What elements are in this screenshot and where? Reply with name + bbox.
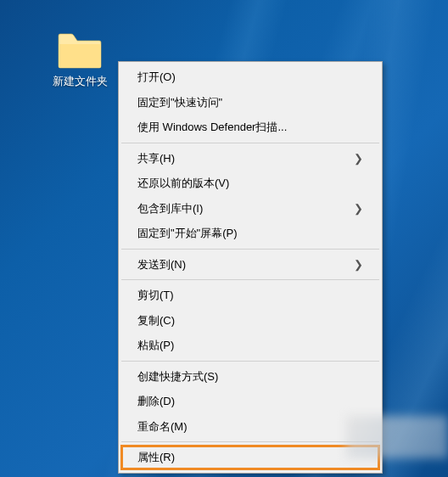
menu-item-cut[interactable]: 剪切(T) bbox=[120, 283, 380, 308]
menu-item-label: 打开(O) bbox=[137, 69, 363, 86]
desktop-folder[interactable]: 新建文件夹 bbox=[46, 32, 114, 90]
menu-item-rename[interactable]: 重命名(M) bbox=[120, 414, 380, 440]
menu-item-paste[interactable]: 粘贴(P) bbox=[120, 333, 380, 358]
menu-separator bbox=[121, 361, 379, 362]
menu-item-label: 使用 Windows Defender扫描... bbox=[137, 119, 363, 136]
chevron-right-icon: ❯ bbox=[354, 150, 363, 167]
menu-item-label: 共享(H) bbox=[137, 150, 347, 167]
menu-item-label: 固定到"开始"屏幕(P) bbox=[137, 225, 363, 242]
menu-item-label: 固定到"快速访问" bbox=[137, 94, 363, 111]
chevron-right-icon: ❯ bbox=[354, 200, 363, 217]
menu-separator bbox=[121, 441, 379, 442]
menu-item-pin-start[interactable]: 固定到"开始"屏幕(P) bbox=[120, 221, 380, 246]
menu-item-create-shortcut[interactable]: 创建快捷方式(S) bbox=[120, 364, 380, 390]
menu-item-label: 发送到(N) bbox=[137, 256, 347, 273]
folder-icon bbox=[57, 32, 103, 70]
menu-item-restore-previous[interactable]: 还原以前的版本(V) bbox=[120, 171, 380, 196]
menu-item-include-library[interactable]: 包含到库中(I) ❯ bbox=[120, 196, 380, 222]
context-menu: 打开(O) 固定到"快速访问" 使用 Windows Defender扫描...… bbox=[118, 61, 383, 474]
desktop-background: 新建文件夹 打开(O) 固定到"快速访问" 使用 Windows Defende… bbox=[0, 0, 448, 477]
menu-item-label: 包含到库中(I) bbox=[137, 200, 347, 217]
menu-item-open[interactable]: 打开(O) bbox=[120, 65, 380, 90]
chevron-right-icon: ❯ bbox=[354, 256, 363, 273]
menu-item-label: 属性(R) bbox=[137, 449, 363, 466]
menu-item-label: 创建快捷方式(S) bbox=[137, 368, 363, 385]
menu-item-label: 删除(D) bbox=[137, 393, 363, 410]
menu-item-copy[interactable]: 复制(C) bbox=[120, 308, 380, 334]
menu-separator bbox=[121, 279, 379, 280]
blurred-region bbox=[346, 416, 448, 458]
menu-item-send-to[interactable]: 发送到(N) ❯ bbox=[120, 252, 380, 278]
menu-separator bbox=[121, 249, 379, 250]
menu-item-label: 复制(C) bbox=[137, 312, 363, 329]
folder-label: 新建文件夹 bbox=[46, 73, 114, 90]
menu-separator bbox=[121, 143, 379, 143]
menu-item-share[interactable]: 共享(H) ❯ bbox=[120, 146, 380, 171]
menu-item-label: 粘贴(P) bbox=[137, 337, 363, 354]
menu-item-properties[interactable]: 属性(R) bbox=[120, 445, 380, 470]
menu-item-label: 还原以前的版本(V) bbox=[137, 175, 363, 192]
menu-item-label: 重命名(M) bbox=[137, 418, 363, 435]
menu-item-delete[interactable]: 删除(D) bbox=[120, 389, 380, 414]
menu-item-defender-scan[interactable]: 使用 Windows Defender扫描... bbox=[120, 115, 380, 140]
menu-item-pin-quick-access[interactable]: 固定到"快速访问" bbox=[120, 90, 380, 115]
menu-item-label: 剪切(T) bbox=[137, 287, 363, 304]
